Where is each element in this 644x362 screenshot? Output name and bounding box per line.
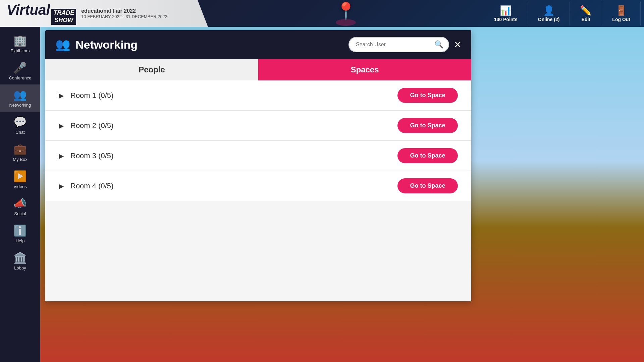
search-button[interactable]: 🔍 (434, 40, 443, 49)
room3-goto-button[interactable]: Go to Space (397, 148, 458, 163)
sidebar-networking-label: Networking (9, 103, 31, 108)
sidebar: 🏢 Exhibitors 🎤 Conference 👥 Networking 💬… (0, 27, 40, 362)
nav-logout[interactable]: 🚪 Log Out (602, 2, 641, 25)
search-area: 🔍 × (348, 37, 461, 52)
room-row-1: ▶ Room 1 (0/5) Go to Space (45, 80, 471, 111)
tab-people[interactable]: People (45, 59, 258, 80)
room2-name: Room 2 (0/5) (70, 121, 391, 130)
room4-name: Room 4 (0/5) (70, 182, 391, 190)
sidebar-item-exhibitors[interactable]: 🏢 Exhibitors (0, 30, 40, 57)
tabs-row: People Spaces (45, 59, 471, 80)
logo-virtual: Virtual (7, 2, 50, 18)
sidebar-social-label: Social (14, 211, 26, 216)
networking-panel-icon: 👥 (55, 38, 70, 52)
room1-expand-icon[interactable]: ▶ (59, 92, 64, 100)
exhibitors-icon: 🏢 (13, 34, 27, 47)
event-name: educational Fair 2022 (81, 8, 167, 14)
room1-name: Room 1 (0/5) (70, 91, 391, 100)
map-pin-icon: 📍 (335, 1, 356, 21)
logout-icon: 🚪 (615, 5, 627, 16)
sidebar-videos-label: Videos (13, 184, 27, 189)
event-dates: 10 FEBRUARY 2022 - 31 DECEMBER 2022 (81, 14, 167, 19)
nav-edit[interactable]: ✏️ Edit (570, 2, 602, 25)
sidebar-item-help[interactable]: ℹ️ Help (0, 220, 40, 247)
room-row-4: ▶ Room 4 (0/5) Go to Space (45, 171, 471, 201)
room-row-2: ▶ Room 2 (0/5) Go to Space (45, 111, 471, 141)
sidebar-item-videos[interactable]: ▶️ Videos (0, 166, 40, 193)
edit-label: Edit (582, 17, 590, 22)
conference-icon: 🎤 (13, 61, 27, 74)
nav-points[interactable]: 📊 130 Points (484, 2, 528, 25)
sidebar-chat-label: Chat (15, 130, 24, 135)
search-box: 🔍 (348, 37, 449, 52)
room4-expand-icon[interactable]: ▶ (59, 182, 64, 190)
sidebar-item-chat[interactable]: 💬 Chat (0, 112, 40, 139)
online-label: Online (2) (538, 17, 560, 22)
points-label: 130 Points (494, 17, 518, 22)
top-header: VirtualTRADESHOW educational Fair 2022 1… (0, 0, 644, 27)
networking-icon: 👥 (13, 88, 27, 101)
room3-expand-icon[interactable]: ▶ (59, 152, 64, 160)
rooms-list: ▶ Room 1 (0/5) Go to Space ▶ Room 2 (0/5… (45, 80, 471, 201)
sidebar-mybox-label: My Box (13, 157, 27, 162)
mybox-icon: 💼 (13, 143, 27, 156)
edit-icon: ✏️ (580, 5, 592, 16)
sidebar-lobby-label: Lobby (14, 265, 26, 270)
room2-goto-button[interactable]: Go to Space (397, 118, 458, 133)
sidebar-item-conference[interactable]: 🎤 Conference (0, 57, 40, 84)
room4-goto-button[interactable]: Go to Space (397, 178, 458, 193)
header-nav: 📊 130 Points 👤 Online (2) ✏️ Edit 🚪 Log … (484, 2, 641, 25)
sidebar-item-networking[interactable]: 👥 Networking (0, 84, 40, 112)
close-button[interactable]: × (454, 38, 461, 52)
nav-online[interactable]: 👤 Online (2) (528, 2, 570, 25)
panel-title-area: 👥 Networking (55, 38, 138, 52)
sidebar-item-lobby[interactable]: 🏛️ Lobby (0, 247, 40, 275)
room-row-3: ▶ Room 3 (0/5) Go to Space (45, 141, 471, 171)
room1-goto-button[interactable]: Go to Space (397, 88, 458, 103)
panel-title: Networking (75, 38, 138, 51)
search-input[interactable] (356, 42, 434, 48)
room3-name: Room 3 (0/5) (70, 152, 391, 160)
sidebar-item-mybox[interactable]: 💼 My Box (0, 139, 40, 166)
videos-icon: ▶️ (13, 170, 27, 183)
logout-label: Log Out (612, 17, 630, 22)
room2-expand-icon[interactable]: ▶ (59, 122, 64, 130)
sidebar-conference-label: Conference (9, 75, 31, 80)
chat-icon: 💬 (13, 116, 27, 128)
online-icon: 👤 (543, 5, 555, 16)
rooms-empty-area (45, 201, 471, 301)
networking-panel: 👥 Networking 🔍 × People Spaces ▶ Room 1 … (45, 30, 471, 301)
map-pin-area: 📍 (208, 1, 484, 26)
help-icon: ℹ️ (13, 224, 27, 237)
tab-spaces[interactable]: Spaces (258, 59, 471, 80)
panel-header: 👥 Networking 🔍 × (45, 30, 471, 59)
sidebar-item-social[interactable]: 📣 Social (0, 193, 40, 220)
points-icon: 📊 (500, 5, 512, 16)
logo-area: VirtualTRADESHOW educational Fair 2022 1… (0, 0, 208, 27)
event-info: educational Fair 2022 10 FEBRUARY 2022 -… (81, 8, 167, 19)
sidebar-exhibitors-label: Exhibitors (10, 48, 30, 53)
social-icon: 📣 (13, 197, 27, 210)
lobby-icon: 🏛️ (13, 251, 27, 264)
sidebar-help-label: Help (16, 238, 25, 243)
logo-trade: TRADESHOW (51, 9, 76, 24)
